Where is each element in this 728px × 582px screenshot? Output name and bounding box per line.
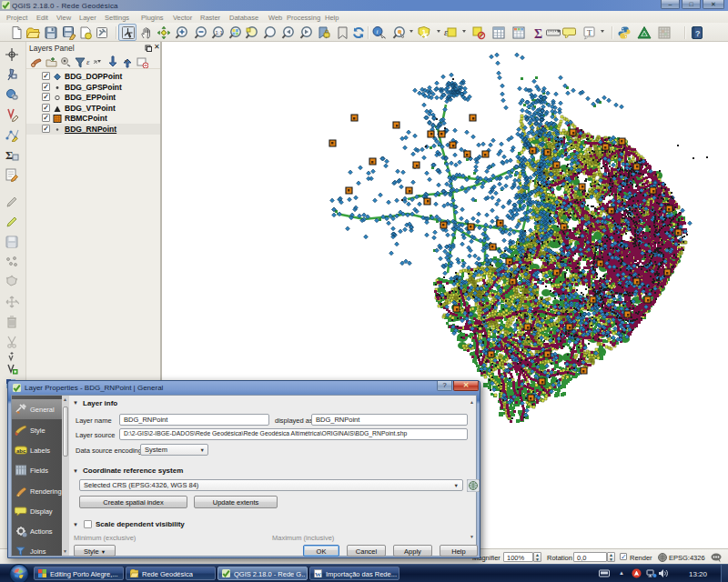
svg-text:ε: ε <box>86 57 90 66</box>
svg-text:abc: abc <box>16 448 26 454</box>
svg-text:?: ? <box>695 29 701 38</box>
svg-text:T: T <box>587 28 592 37</box>
svg-text:1:1: 1:1 <box>216 30 224 35</box>
svg-text:Σ: Σ <box>5 148 14 162</box>
svg-text:ε: ε <box>444 27 448 37</box>
svg-text:W: W <box>315 571 321 578</box>
svg-text:i: i <box>377 28 379 35</box>
svg-text:Σ: Σ <box>534 27 542 41</box>
